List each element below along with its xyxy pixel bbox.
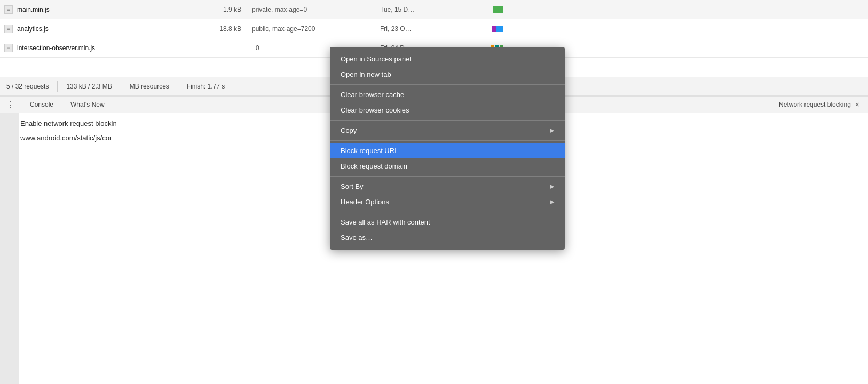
tab-console[interactable]: Console: [26, 99, 58, 110]
menu-item-sort-by-label: Sort By: [341, 182, 550, 190]
menu-item-open-new-tab-label: Open in new tab: [341, 70, 554, 78]
menu-item-open-new-tab[interactable]: Open in new tab: [330, 67, 565, 82]
menu-item-open-sources[interactable]: Open in Sources panel: [330, 51, 565, 67]
menu-section-sort: Sort By ▶ Header Options ▶: [330, 177, 565, 212]
menu-section-clear: Clear browser cache Clear browser cookie…: [330, 85, 565, 121]
waterfall-bar: [492, 26, 503, 32]
menu-item-block-url[interactable]: Block request URL: [330, 143, 565, 158]
table-row[interactable]: ≡ analytics.js 18.8 kB public, max-age=7…: [0, 19, 868, 38]
file-icon: ≡: [4, 44, 13, 52]
separator: [178, 81, 178, 92]
table-row[interactable]: ≡ main.min.js 1.9 kB private, max-age=0 …: [0, 0, 868, 19]
separator: [121, 81, 121, 92]
waterfall-col: [460, 6, 503, 13]
menu-item-save-as[interactable]: Save as…: [330, 230, 565, 245]
main-panel: ≡ main.min.js 1.9 kB private, max-age=0 …: [0, 0, 868, 384]
separator: [57, 81, 58, 92]
bar-segment: [493, 6, 503, 13]
file-name: analytics.js: [17, 25, 199, 33]
menu-item-header-options-label: Header Options: [341, 198, 550, 206]
file-icon: ≡: [4, 25, 13, 33]
cache-control: private, max-age=0: [252, 6, 369, 13]
bar-segment: [492, 26, 496, 32]
menu-item-open-sources-label: Open in Sources panel: [341, 55, 554, 63]
menu-item-copy[interactable]: Copy ▶: [330, 123, 565, 138]
menu-section-open: Open in Sources panel Open in new tab: [330, 49, 565, 85]
menu-item-block-domain-label: Block request domain: [341, 162, 554, 170]
arrow-icon: ▶: [550, 183, 554, 190]
file-size: 1.9 kB: [199, 6, 241, 13]
tab-whats-new[interactable]: What's New: [66, 99, 109, 110]
arrow-icon: ▶: [550, 198, 554, 205]
file-size: 18.8 kB: [199, 25, 241, 33]
menu-item-sort-by[interactable]: Sort By ▶: [330, 179, 565, 194]
enable-blocking-label: Enable network request blockin: [20, 119, 117, 127]
waterfall-bar: [493, 6, 503, 13]
requests-count: 5 / 32 requests: [6, 83, 49, 90]
three-dots-button[interactable]: ⋮: [4, 100, 17, 110]
file-name: intersection-observer.min.js: [17, 44, 199, 52]
menu-section-save: Save all as HAR with content Save as…: [330, 212, 565, 247]
finish-time: Finish: 1.77 s: [187, 83, 225, 90]
context-menu: Open in Sources panel Open in new tab Cl…: [330, 47, 565, 250]
waterfall-col: [460, 26, 503, 32]
file-icon: ≡: [4, 5, 13, 14]
close-button[interactable]: ×: [855, 100, 859, 109]
date-col: Tue, 15 D…: [380, 6, 449, 13]
menu-section-copy: Copy ▶: [330, 121, 565, 141]
menu-item-header-options[interactable]: Header Options ▶: [330, 194, 565, 210]
file-name: main.min.js: [17, 6, 199, 13]
menu-item-clear-cache-label: Clear browser cache: [341, 91, 554, 99]
menu-item-clear-cookies-label: Clear browser cookies: [341, 106, 554, 114]
network-request-blocking-tab: Network request blocking ×: [779, 100, 864, 109]
resources-size: MB resources: [130, 83, 169, 90]
menu-item-save-har[interactable]: Save all as HAR with content: [330, 214, 565, 230]
menu-item-save-as-label: Save as…: [341, 234, 554, 242]
url-text: www.android.com/static/js/cor: [20, 134, 112, 142]
bar-segment: [496, 26, 503, 32]
transfer-size: 133 kB / 2.3 MB: [66, 83, 112, 90]
left-panel-hint: [0, 113, 19, 384]
menu-item-block-url-label: Block request URL: [341, 147, 554, 155]
menu-section-block: Block request URL Block request domain: [330, 141, 565, 177]
menu-item-clear-cookies[interactable]: Clear browser cookies: [330, 102, 565, 118]
network-request-blocking-label: Network request blocking: [779, 101, 851, 108]
date-col: Fri, 23 O…: [380, 25, 449, 33]
menu-item-block-domain[interactable]: Block request domain: [330, 158, 565, 174]
menu-item-clear-cache[interactable]: Clear browser cache: [330, 87, 565, 102]
arrow-icon: ▶: [550, 127, 554, 134]
cache-control: public, max-age=7200: [252, 25, 369, 33]
menu-item-copy-label: Copy: [341, 126, 550, 134]
menu-item-save-har-label: Save all as HAR with content: [341, 218, 554, 226]
